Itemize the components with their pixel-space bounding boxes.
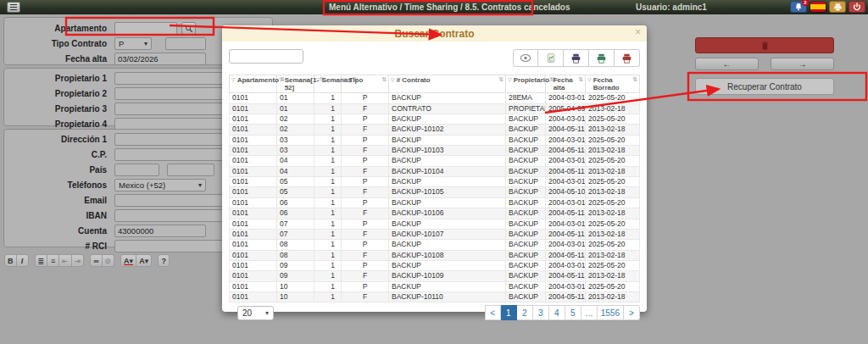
previous-button[interactable]: ←	[695, 58, 759, 70]
pais-input-2[interactable]	[167, 164, 214, 176]
table-header-cell[interactable]: ▽ Apartamento ⇅	[230, 75, 277, 93]
print-icon[interactable]	[829, 1, 846, 13]
tipo-contrato-extra-input[interactable]	[165, 37, 206, 50]
table-row[interactable]: 0101 04 1 P BACKUP BACKUP 2004-03-01 202…	[230, 156, 640, 166]
table-row[interactable]: 0101 06 1 F BACKUP-10106 BACKUP 2004-05-…	[230, 208, 640, 219]
print-table-button[interactable]	[564, 49, 589, 67]
table-header-cell[interactable]: ▽ Semana[1-52] ⇅	[277, 75, 314, 93]
filter-icon[interactable]: ▽	[508, 77, 512, 83]
pais-input[interactable]	[114, 164, 159, 176]
filter-icon[interactable]: ▽	[343, 77, 348, 83]
table-row[interactable]: 0101 02 1 F BACKUP-10102 BACKUP 2004-05-…	[230, 125, 640, 135]
table-row[interactable]: 0101 06 1 P BACKUP BACKUP 2004-03-01 202…	[230, 197, 640, 208]
sort-icon[interactable]: ⇅	[381, 76, 387, 83]
language-flag-icon[interactable]	[810, 1, 826, 13]
table-row[interactable]: 0101 05 1 F BACKUP-10105 BACKUP 2004-05-…	[230, 187, 640, 197]
help-button[interactable]: ?	[158, 254, 170, 267]
outdent-button[interactable]: ⇤	[59, 254, 72, 267]
email-label: Email	[4, 196, 114, 205]
table-row[interactable]: 0101 10 1 F BACKUP-10110 BACKUP 2004-05-…	[230, 291, 640, 302]
table-header-cell[interactable]: ▽ # Contrato ⇅	[389, 75, 506, 93]
export-excel-button[interactable]	[538, 49, 564, 67]
page-size-select[interactable]: 20 ▾	[237, 306, 274, 320]
delete-contract-button[interactable]	[695, 37, 834, 53]
column-visibility-button[interactable]	[513, 49, 538, 67]
propietario3-label: Propietario 3	[4, 104, 114, 114]
breadcrumb: Menú Alternativo / Time Sharing / 8.5. C…	[329, 0, 570, 14]
sort-icon[interactable]: ⇅	[498, 76, 504, 83]
tipo-contrato-select[interactable]: P ▾	[114, 37, 152, 50]
page-button[interactable]: …	[581, 305, 598, 320]
table-header-cell[interactable]: ▽ Tipo ⇅	[342, 75, 389, 93]
modal-title: Buscar Contrato	[394, 28, 474, 40]
close-icon[interactable]: ×	[635, 26, 641, 38]
table-row[interactable]: 0101 05 1 P BACKUP BACKUP 2004-03-01 202…	[230, 177, 640, 187]
indent-button[interactable]: ⇥	[72, 254, 85, 267]
export-toolbar	[513, 49, 640, 67]
sort-icon[interactable]: ⇅	[577, 76, 583, 83]
filter-icon[interactable]: ▽	[231, 77, 236, 83]
propietario4-label: Propietario 4	[4, 119, 114, 129]
printer-icon	[833, 3, 843, 12]
unlink-button[interactable]: ⊘	[103, 254, 115, 267]
table-row[interactable]: 0101 03 1 P BACKUP BACKUP 2004-03-01 202…	[230, 135, 640, 145]
table-row[interactable]: 0101 04 1 F BACKUP-10104 BACKUP 2004-05-…	[230, 166, 640, 176]
apartamento-search-button[interactable]	[181, 22, 196, 35]
cuenta-label: Cuenta	[4, 226, 114, 236]
filter-icon[interactable]: ▽	[548, 77, 552, 83]
table-row[interactable]: 0101 09 1 F BACKUP-10109 BACKUP 2004-05-…	[230, 271, 640, 281]
apartamento-input[interactable]	[114, 22, 177, 35]
page-button[interactable]: 5	[565, 305, 581, 320]
recuperar-contrato-button[interactable]: Recuperar Contrato	[695, 78, 834, 95]
logout-power-icon[interactable]	[849, 1, 865, 13]
trash-icon	[760, 41, 770, 51]
table-row[interactable]: 0101 09 1 P BACKUP BACKUP 2004-03-01 202…	[230, 260, 640, 270]
table-row[interactable]: 0101 08 1 F BACKUP-10108 BACKUP 2004-05-…	[230, 250, 640, 260]
unordered-list-button[interactable]: ≡	[47, 254, 59, 267]
filter-icon[interactable]: ▽	[316, 77, 320, 83]
notifications-bell-icon[interactable]: 2	[790, 1, 807, 13]
text-color-button[interactable]: A▾	[120, 254, 136, 267]
chevron-down-icon: ▾	[141, 40, 147, 47]
bold-button[interactable]: B	[4, 254, 17, 267]
table-header-cell[interactable]: ▽ Propietario ⇅	[506, 75, 546, 93]
telefonos-select[interactable]: Mexico (+52) ▾	[114, 179, 206, 191]
hamburger-menu-icon[interactable]	[7, 2, 20, 13]
apartamento-label: Apartamento	[4, 24, 114, 33]
printer-red-icon	[621, 53, 632, 64]
printer-green-icon	[596, 53, 607, 64]
page-button[interactable]: <	[485, 305, 501, 320]
filter-icon[interactable]: ▽	[279, 77, 283, 83]
table-header-cell[interactable]: ▽ Fecha alta ⇅	[546, 75, 586, 93]
sort-icon[interactable]: ⇅	[632, 76, 637, 83]
page-button[interactable]: >	[624, 305, 640, 320]
table-header-cell[interactable]: ▽ Fecha Borrado ⇅	[586, 75, 640, 93]
page-button[interactable]: 1	[501, 305, 517, 320]
next-button[interactable]: →	[771, 58, 834, 70]
table-row[interactable]: 0101 08 1 P BACKUP BACKUP 2004-03-01 202…	[230, 240, 640, 250]
propietario2-label: Propietario 2	[4, 89, 114, 98]
export-csv-button[interactable]	[589, 49, 615, 67]
table-row[interactable]: 0101 07 1 P BACKUP BACKUP 2004-03-01 202…	[230, 219, 640, 229]
page-button[interactable]: 1556	[598, 305, 624, 320]
fecha-alta-input[interactable]	[114, 53, 206, 65]
bg-color-button[interactable]: A▾	[136, 254, 152, 267]
filter-icon[interactable]: ▽	[587, 77, 592, 83]
page-button[interactable]: 2	[517, 305, 533, 320]
filter-icon[interactable]: ▽	[391, 77, 395, 83]
modal-search-input[interactable]	[229, 49, 303, 64]
link-button[interactable]: ∞	[90, 254, 102, 267]
table-row[interactable]: 0101 10 1 P BACKUP BACKUP 2004-03-01 202…	[230, 281, 640, 291]
ordered-list-button[interactable]: ≣	[35, 254, 48, 267]
page-button[interactable]: 4	[549, 305, 565, 320]
table-row[interactable]: 0101 01 1 F CONTRATO PROPIETARIO1 2005-0…	[230, 103, 640, 114]
user-label: Usuario: adminc1	[636, 0, 707, 14]
italic-button[interactable]: I	[17, 254, 29, 267]
table-row[interactable]: 0101 02 1 P BACKUP BACKUP 2004-03-01 202…	[230, 114, 640, 125]
table-row[interactable]: 0101 03 1 F BACKUP-10103 BACKUP 2004-05-…	[230, 146, 640, 156]
cuenta-input[interactable]	[114, 225, 206, 237]
table-row[interactable]: 0101 07 1 F BACKUP-10107 BACKUP 2004-05-…	[230, 229, 640, 239]
export-pdf-button[interactable]	[615, 49, 640, 67]
table-row[interactable]: 0101 01 1 P BACKUP 28EMA 2004-03-01 2025…	[230, 93, 640, 103]
page-button[interactable]: 3	[533, 305, 549, 320]
